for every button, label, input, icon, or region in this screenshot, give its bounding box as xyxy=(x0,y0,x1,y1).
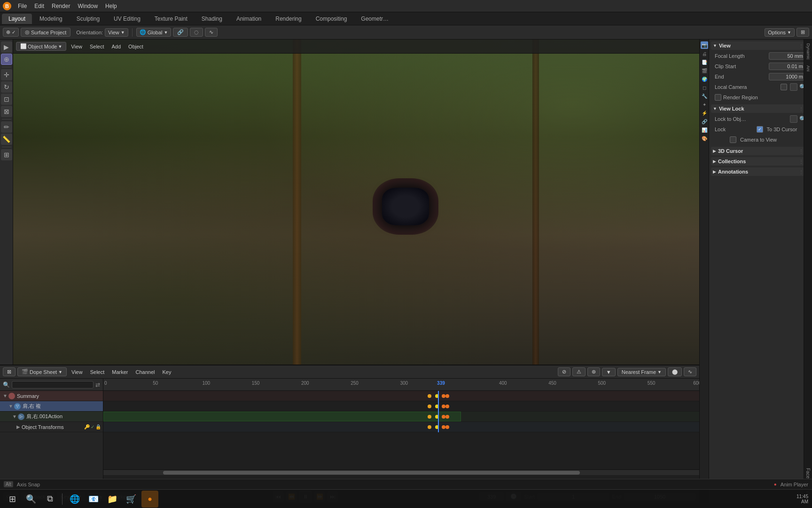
menu-help[interactable]: Help xyxy=(102,2,121,10)
menu-file[interactable]: File xyxy=(14,2,31,10)
orientation-select[interactable]: View ▼ xyxy=(105,28,128,37)
data-props-icon[interactable]: 📊 xyxy=(701,126,708,134)
transform-space-btn[interactable]: 🌐 Global ▼ xyxy=(136,28,172,37)
scale-tool-btn[interactable]: ⊡ xyxy=(1,94,12,105)
menu-render[interactable]: Render xyxy=(48,2,74,10)
options-btn[interactable]: Options ▼ xyxy=(765,28,795,37)
taskbar-folder-btn[interactable]: 📁 xyxy=(104,491,121,508)
taskbar-edge-btn[interactable]: 🌐 xyxy=(66,491,83,508)
dope-type-select[interactable]: 🎬 Dope Sheet ▼ xyxy=(17,367,67,376)
windows-start-btn[interactable]: ⊞ xyxy=(4,491,21,508)
dope-sort-btn[interactable]: ⊛ xyxy=(587,367,600,376)
tab-texture-paint[interactable]: Texture Paint xyxy=(148,14,194,24)
view-layer-props-icon[interactable]: 📑 xyxy=(701,58,708,66)
rotate-tool-btn[interactable]: ↻ xyxy=(1,81,12,93)
prop-section-collections-header[interactable]: ▶ Collections ⋮⋮ xyxy=(711,157,810,166)
view-menu-btn[interactable]: View xyxy=(68,43,85,50)
tab-rendering[interactable]: Rendering xyxy=(269,14,308,24)
world-props-icon[interactable]: 🌍 xyxy=(701,75,708,83)
snap-btn[interactable]: 🔗 xyxy=(173,28,188,37)
render-props-icon[interactable]: 📷 xyxy=(701,41,708,49)
anim-tab[interactable]: Ani xyxy=(806,64,811,73)
tab-sculpting[interactable]: Sculpting xyxy=(70,14,106,24)
object-props-icon[interactable]: ◻ xyxy=(701,84,708,91)
local-camera-picker[interactable] xyxy=(790,83,797,91)
to-3d-cursor-checkbox[interactable]: ✓ xyxy=(757,126,763,133)
dope-search-input[interactable] xyxy=(12,381,94,389)
prop-section-view-header[interactable]: ▼ View ⋮⋮ xyxy=(711,41,810,50)
proportional-btn[interactable]: ◌ xyxy=(190,28,203,37)
end-value[interactable]: 1000 m xyxy=(769,73,806,80)
clip-start-value[interactable]: 0.01 m xyxy=(769,63,806,70)
wave-btn[interactable]: ∿ xyxy=(205,28,218,37)
dope-view-btn[interactable]: View xyxy=(69,368,86,376)
camera-to-view-checkbox[interactable] xyxy=(730,136,736,143)
particles-props-icon[interactable]: ✦ xyxy=(701,101,708,108)
channel-expand-summary[interactable]: ▼ xyxy=(2,393,8,399)
focal-length-value[interactable]: 50 mm xyxy=(769,52,806,60)
local-camera-checkbox[interactable] xyxy=(781,84,787,90)
taskbar-store-btn[interactable]: 🛒 xyxy=(123,491,140,508)
move-tool-btn[interactable]: ✛ xyxy=(1,69,12,80)
channel-expand-transforms[interactable]: ▶ xyxy=(15,424,22,430)
render-region-checkbox[interactable] xyxy=(715,94,721,101)
scene-props-icon[interactable]: 🎬 xyxy=(701,67,708,74)
tab-geometry[interactable]: Geometr… xyxy=(354,14,395,24)
prop-section-annotations-header[interactable]: ▶ Annotations ⋮⋮ xyxy=(711,167,810,176)
dope-select-btn[interactable]: Select xyxy=(87,368,108,376)
dope-search-filter-btn[interactable]: ▼ xyxy=(602,368,616,376)
menu-window[interactable]: Window xyxy=(74,2,102,10)
add-menu-btn[interactable]: Add xyxy=(109,43,124,50)
output-props-icon[interactable]: 🖨 xyxy=(701,50,708,57)
select-menu-btn[interactable]: Select xyxy=(87,43,107,50)
object-mode-btn[interactable]: ⬜ Object Mode ▼ xyxy=(16,42,66,51)
dope-channel-btn[interactable]: Channel xyxy=(133,368,158,376)
taskbar-blender-btn[interactable]: ● xyxy=(141,491,158,508)
prop-section-3d-cursor-header[interactable]: ▶ 3D Cursor ⋮⋮ xyxy=(711,147,810,155)
taskbar-mail-btn[interactable]: 📧 xyxy=(85,491,102,508)
channel-summary[interactable]: ▼ Summary xyxy=(0,391,103,401)
tab-animation[interactable]: Animation xyxy=(230,14,268,24)
search-taskbar-btn[interactable]: 🔍 xyxy=(23,491,39,508)
tab-uv-editing[interactable]: UV Editing xyxy=(107,14,147,24)
snap-toolbar-btn[interactable]: ⊕ ✓ xyxy=(3,28,19,37)
dope-key-btn[interactable]: Key xyxy=(159,368,174,376)
surface-project-btn[interactable]: ◎ Surface Project xyxy=(21,28,70,37)
annotate-btn[interactable]: ✏ xyxy=(1,121,12,133)
layout-toggle-btn[interactable]: ⊞ xyxy=(796,28,809,37)
prop-section-view-lock-header[interactable]: ▼ View Lock ⋮⋮ xyxy=(711,104,810,113)
tab-compositing[interactable]: Compositing xyxy=(309,14,354,24)
search-swap-icon[interactable]: ⇄ xyxy=(95,381,100,388)
measure-btn[interactable]: 📏 xyxy=(1,134,12,145)
dope-snap-btn[interactable]: ⬤ xyxy=(668,367,682,376)
cursor-tool-btn[interactable]: ⊕ xyxy=(1,54,12,65)
tab-shading[interactable]: Shading xyxy=(195,14,229,24)
dope-mode-icon-btn[interactable]: ⊠ xyxy=(3,367,16,376)
scrollbar-thumb[interactable] xyxy=(163,471,580,475)
channel-action[interactable]: ▼ ▷ 肩,右.001Action xyxy=(0,412,103,422)
dope-warning-btn[interactable]: ⚠ xyxy=(572,367,586,376)
tab-modeling[interactable]: Modeling xyxy=(33,14,69,24)
constraints-props-icon[interactable]: 🔗 xyxy=(701,118,708,125)
add-btn[interactable]: ⊞ xyxy=(1,149,12,160)
channel-expand-object[interactable]: ▼ xyxy=(8,403,14,410)
physics-props-icon[interactable]: ⚡ xyxy=(701,109,708,117)
taskview-btn[interactable]: ⧉ xyxy=(41,491,58,508)
dope-wave-btn[interactable]: ∿ xyxy=(684,367,696,376)
lock-obj-picker[interactable] xyxy=(790,115,797,123)
object-menu-btn[interactable]: Object xyxy=(125,43,146,50)
transform-tool-btn[interactable]: ⊠ xyxy=(1,106,12,117)
channel-expand-action[interactable]: ▼ xyxy=(11,413,18,420)
channel-transforms[interactable]: ▶ Object Transforms 🔑 ✓ 🔒 xyxy=(0,422,103,432)
nearest-frame-select[interactable]: Nearest Frame ▼ xyxy=(617,368,666,376)
select-tool-btn[interactable]: ▶ xyxy=(1,41,12,53)
timeline-scrollbar[interactable] xyxy=(103,469,699,475)
dynamic-tab[interactable]: Dynamic xyxy=(806,41,811,62)
menu-edit[interactable]: Edit xyxy=(31,2,48,10)
tab-layout[interactable]: Layout xyxy=(2,14,32,24)
channel-object[interactable]: ▼ ▽ 肩,右 複 xyxy=(0,401,103,412)
modifier-props-icon[interactable]: 🔧 xyxy=(701,92,708,100)
dope-marker-btn[interactable]: Marker xyxy=(109,368,131,376)
material-props-icon[interactable]: 🎨 xyxy=(701,135,708,142)
dope-filter-btn[interactable]: ⊘ xyxy=(558,367,570,376)
